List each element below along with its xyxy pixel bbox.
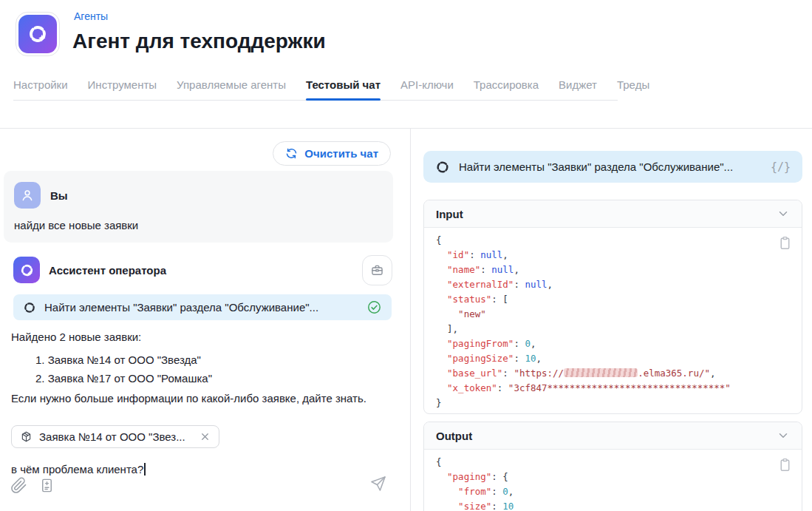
tab-managed-agents[interactable]: Управляемые агенты (177, 78, 286, 100)
package-icon (20, 430, 33, 443)
tab-test-chat[interactable]: Тестовый чат (306, 78, 381, 100)
tab-tracing[interactable]: Трассировка (474, 78, 539, 100)
refresh-icon (285, 147, 298, 160)
clear-chat-button[interactable]: Очистить чат (273, 141, 391, 166)
tab-tools[interactable]: Инструменты (88, 78, 157, 100)
output-section-label: Output (436, 430, 472, 442)
agent-sparkle-loop-icon (19, 263, 35, 278)
breadcrumb-agents[interactable]: Агенты (74, 10, 108, 22)
tool-details-title: Найти элементы "Заявки" раздела "Обслужи… (459, 160, 733, 173)
remove-context-button[interactable] (199, 431, 211, 442)
assistant-avatar (13, 257, 40, 283)
agent-logo (16, 12, 60, 56)
context-attachment-chip[interactable]: Заявка №14 от ООО "Звез... (11, 425, 219, 448)
tab-api-keys[interactable]: API-ключи (400, 78, 454, 100)
tab-bar: Настройки Инструменты Управляемые агенты… (13, 78, 618, 101)
chevron-down-icon (777, 207, 790, 220)
copy-button[interactable] (777, 235, 793, 251)
input-json: { "id": null, "name": null, "externalId"… (436, 233, 790, 410)
tool-call-chip-label: Найти элементы "Заявки" раздела "Обслужи… (44, 301, 318, 314)
assistant-sender-name: Ассистент оператора (49, 264, 166, 277)
attach-file-button[interactable] (10, 477, 27, 494)
chevron-down-icon (777, 429, 790, 442)
agent-sparkle-loop-icon (27, 23, 49, 45)
page-title: Агент для техподдержки (72, 30, 326, 53)
composer-actions (10, 477, 55, 494)
draft-text: в чём проблема клиента? (11, 463, 143, 476)
tool-loop-icon (23, 301, 36, 314)
context-chip-label: Заявка №14 от ООО "Звез... (39, 430, 185, 443)
output-section-header[interactable]: Output (424, 422, 802, 450)
tab-widget[interactable]: Виджет (559, 78, 597, 100)
code-view-icon[interactable]: {/} (771, 160, 791, 174)
briefcase-icon (369, 263, 385, 278)
tool-details-panel: Найти элементы "Заявки" раздела "Обслужи… (412, 129, 812, 511)
tool-loop-icon (435, 160, 450, 175)
tool-call-chip[interactable]: Найти элементы "Заявки" раздела "Обслужи… (13, 294, 392, 320)
person-icon (19, 187, 35, 203)
user-message-text: найди все новые заявки (14, 219, 383, 231)
input-section-header[interactable]: Input (424, 200, 802, 228)
collapse-toggle[interactable] (777, 429, 790, 442)
assistant-message-header: Ассистент оператора (13, 257, 166, 283)
copy-button[interactable] (777, 457, 793, 473)
send-icon (369, 475, 387, 493)
list-item: 1. Заявка №14 от ООО "Звезда" (35, 353, 212, 366)
user-message: Вы найди все новые заявки (4, 171, 393, 243)
clear-chat-label: Очистить чат (304, 147, 378, 160)
tab-settings[interactable]: Настройки (13, 78, 68, 100)
output-json: { "paging": { "from": 0, "size": 10 (436, 455, 790, 511)
assistant-reply-intro: Найдено 2 новые заявки: (11, 331, 141, 343)
add-document-icon (38, 477, 55, 494)
user-avatar (14, 182, 41, 209)
collapse-toggle[interactable] (777, 207, 790, 220)
add-template-button[interactable] (38, 477, 55, 494)
success-status (366, 300, 382, 315)
close-icon (199, 431, 211, 442)
tool-details-header[interactable]: Найти элементы "Заявки" раздела "Обслужи… (423, 151, 802, 183)
output-code-block: { "paging": { "from": 0, "size": 10 (424, 450, 802, 511)
text-cursor (144, 463, 146, 476)
check-circle-icon (366, 300, 382, 315)
clipboard-icon (777, 235, 793, 251)
toolbox-button[interactable] (362, 255, 392, 285)
send-button[interactable] (369, 475, 387, 493)
tab-threads[interactable]: Треды (617, 78, 649, 100)
input-section-label: Input (436, 208, 463, 220)
clipboard-icon (777, 457, 793, 473)
list-item: 2. Заявка №17 от ООО "Ромашка" (35, 372, 212, 385)
output-section: Output { "paging": { "from": 0, "size": … (423, 422, 802, 511)
input-code-block: { "id": null, "name": null, "externalId"… (424, 228, 802, 414)
found-requests-list: 1. Заявка №14 от ООО "Звезда" 2. Заявка … (35, 353, 212, 390)
input-section: Input { "id": null, "name": null, "exter… (423, 200, 802, 414)
agent-logo-gradient (18, 15, 57, 53)
test-chat-panel: Очистить чат Вы найди все новые заявки (0, 129, 411, 511)
assistant-reply-outro: Если нужно больше информации по какой-ли… (11, 392, 366, 405)
agent-test-chat-page: Агенты Агент для техподдержки Настройки … (0, 0, 812, 511)
paperclip-icon (10, 477, 27, 494)
user-sender-name: Вы (50, 189, 68, 202)
message-input[interactable]: в чём проблема клиента? (11, 463, 146, 476)
